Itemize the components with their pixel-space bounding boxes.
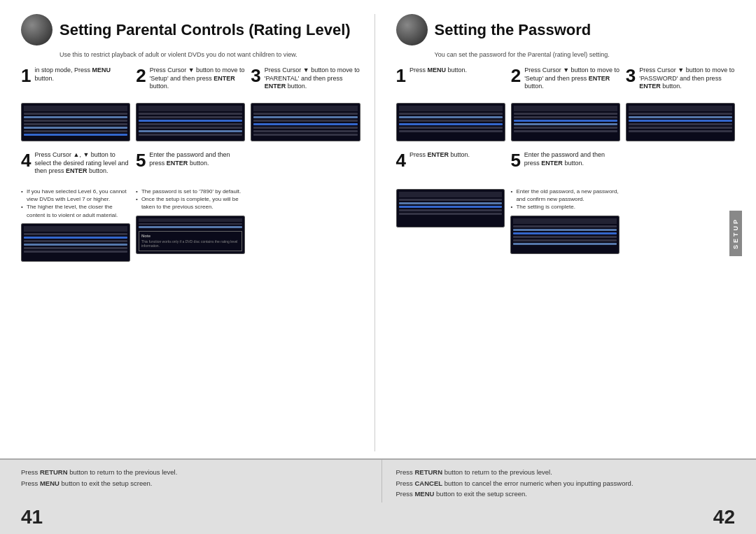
step-4-notes-left: If you have selected Level 6, you cannot… [21, 188, 130, 219]
left-section-subtitle: Use this to restrict playback of adult o… [59, 51, 360, 58]
step-number-3: 3 [251, 66, 260, 85]
step-text-3: Press Cursor ▼ button to move to 'PARENT… [265, 66, 360, 91]
step-5-note-r2: The setting is complete. [510, 203, 620, 211]
step-text-1-right: Press MENU button. [410, 66, 467, 75]
footer-area: Press RETURN button to return to the pre… [0, 458, 756, 534]
step-text-2-right: Press Cursor ▼ button to move to 'Setup'… [524, 66, 620, 91]
step-5-notes-left: The password is set to '7890' by default… [136, 188, 245, 211]
left-section-icon [21, 14, 52, 45]
left-step-1-header: 1 in stop mode, Press MENU button. [21, 66, 130, 100]
step-number-3-right: 3 [626, 66, 636, 85]
footer-left-text: Press RETURN button to return to the pre… [21, 467, 368, 488]
step-number-5-right: 5 [510, 151, 520, 169]
step-5-notes-right: Enter the old password, a new password, … [510, 188, 620, 211]
left-step-5-header: 5 Enter the password and then press ENTE… [136, 151, 245, 185]
left-step-4-header: 4 Press Cursor ▲, ▼ button to select the… [21, 151, 130, 185]
right-step-4-header: 4 Press ENTER button. [396, 151, 505, 185]
spacer-right [625, 151, 735, 254]
right-step-5: 5 Enter the password and then press ENTE… [510, 151, 620, 254]
step-text-3-right: Press Cursor ▼ button to move to 'PASSWO… [639, 66, 735, 91]
step-text-5-left: Enter the password and then press ENTER … [149, 151, 244, 167]
page-number-right: 42 [713, 506, 735, 528]
footer-right-line2: Press CANCEL button to cancel the error … [396, 478, 743, 489]
left-step-2-header: 2 Press Cursor ▼ button to move to 'Setu… [136, 66, 245, 100]
step-5-note-2: Once the setup is complete, you will be … [136, 195, 245, 211]
footer-left-panel: Press RETURN button to return to the pre… [0, 460, 382, 503]
footer-right-line3: Press MENU button to exit the setup scre… [396, 489, 743, 499]
right-section-icon [396, 14, 428, 45]
right-section-header: Setting the Password [396, 14, 736, 45]
footer-left-line1: Press RETURN button to return to the pre… [21, 467, 368, 477]
page-numbers-row: 41 42 [0, 503, 756, 534]
step-number-2: 2 [136, 66, 146, 85]
left-step-5: 5 Enter the password and then press ENTE… [136, 151, 245, 262]
left-step-2: 2 Press Cursor ▼ button to move to 'Setu… [136, 66, 245, 141]
step-number-4-left: 4 [21, 151, 31, 169]
step-text-5-right: Enter the password and then press ENTER … [524, 151, 620, 167]
screen-thumb-r3 [626, 103, 735, 141]
right-steps-bottom-row: 4 Press ENTER button. [396, 151, 736, 254]
left-step-3: 3 Press Cursor ▼ button to move to 'PARE… [251, 66, 360, 141]
right-step-3: 3 Press Cursor ▼ button to move to 'PASS… [626, 66, 735, 141]
left-section-title: Setting Parental Controls (Rating Level) [59, 21, 351, 39]
right-steps-top-row: 1 Press MENU button. [396, 66, 736, 141]
page-number-left: 41 [21, 506, 43, 528]
left-step-3-header: 3 Press Cursor ▼ button to move to 'PARE… [251, 66, 360, 100]
step-text-4-right: Press ENTER button. [410, 151, 470, 160]
footer-left-line2: Press MENU button to exit the setup scre… [21, 478, 368, 489]
setup-tab: SETUP [729, 211, 742, 256]
right-section: Setting the Password You can set the pas… [375, 14, 736, 451]
step-text-1: in stop mode, Press MENU button. [34, 66, 130, 83]
step-number-1: 1 [21, 66, 31, 85]
right-step-1: 1 Press MENU button. [396, 66, 505, 141]
step-5-note-r1: Enter the old password, a new password, … [510, 188, 620, 203]
footer-right-line1: Press RETURN button to return to the pre… [396, 467, 743, 477]
step-5-note-1: The password is set to '7890' by default… [136, 188, 245, 195]
right-step-4: 4 Press ENTER button. [396, 151, 505, 254]
screen-thumb-1 [21, 103, 130, 141]
step-number-5-left: 5 [136, 151, 146, 169]
step-number-2-right: 2 [511, 66, 521, 85]
step-4-note-2: The higher the level, the closer the con… [21, 203, 130, 218]
left-step-1: 1 in stop mode, Press MENU button. [21, 66, 130, 141]
screen-thumb-r2 [511, 103, 620, 141]
step-number-1-right: 1 [396, 66, 406, 85]
step-text-4-left: Press Cursor ▲, ▼ button to select the d… [34, 151, 130, 176]
screen-thumb-r5 [510, 216, 620, 254]
content-area: Setting Parental Controls (Rating Level)… [0, 0, 756, 458]
left-section-header: Setting Parental Controls (Rating Level) [21, 14, 360, 45]
right-step-5-header: 5 Enter the password and then press ENTE… [510, 151, 620, 185]
right-step-2-header: 2 Press Cursor ▼ button to move to 'Setu… [511, 66, 620, 100]
screen-thumb-r1 [396, 103, 505, 141]
spacer-left [251, 151, 360, 262]
page-container: Setting Parental Controls (Rating Level)… [0, 0, 756, 534]
right-step-1-header: 1 Press MENU button. [396, 66, 505, 100]
step-number-4-right: 4 [396, 151, 406, 169]
screen-thumb-4 [21, 223, 130, 262]
left-steps-bottom-row: 4 Press Cursor ▲, ▼ button to select the… [21, 151, 360, 262]
right-section-subtitle: You can set the password for the Parenta… [435, 51, 736, 58]
right-step-3-header: 3 Press Cursor ▼ button to move to 'PASS… [626, 66, 735, 100]
screen-thumb-r4 [396, 189, 505, 227]
right-step-2: 2 Press Cursor ▼ button to move to 'Setu… [511, 66, 620, 141]
screen-thumb-2 [136, 103, 245, 141]
step-text-2: Press Cursor ▼ button to move to 'Setup'… [150, 66, 246, 91]
footer-right-text: Press RETURN button to return to the pre… [396, 467, 743, 499]
step-4-note-1: If you have selected Level 6, you cannot… [21, 188, 130, 203]
right-section-title: Setting the Password [435, 21, 592, 39]
footer-right-panel: Press RETURN button to return to the pre… [382, 460, 757, 503]
screen-thumb-5: Note This function works only if a DVD d… [136, 216, 245, 254]
left-section: Setting Parental Controls (Rating Level)… [21, 14, 375, 451]
left-steps-top-row: 1 in stop mode, Press MENU button. [21, 66, 360, 141]
left-step-4: 4 Press Cursor ▲, ▼ button to select the… [21, 151, 130, 262]
screen-thumb-3 [251, 103, 360, 141]
footer-content: Press RETURN button to return to the pre… [0, 460, 756, 503]
